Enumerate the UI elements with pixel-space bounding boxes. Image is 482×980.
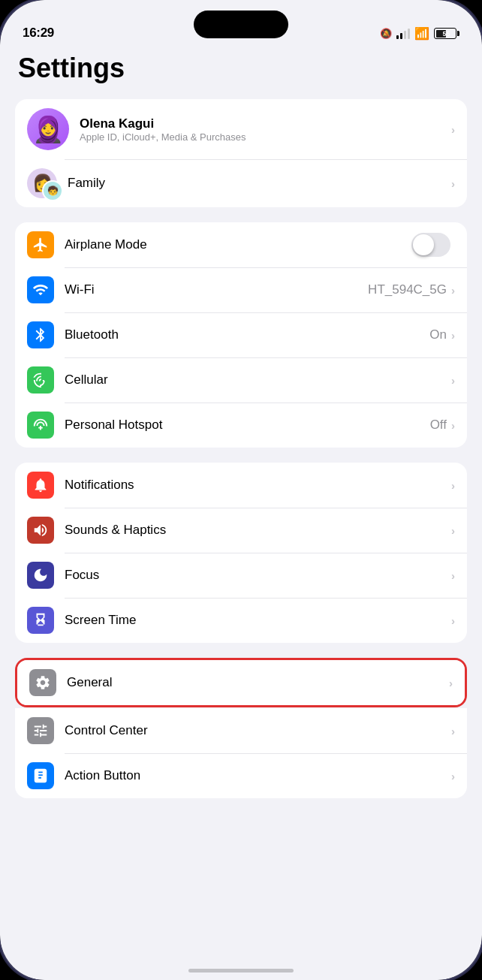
action-button-label: Action Button (65, 768, 451, 783)
signal-bar-2 (400, 33, 402, 39)
bluetooth-svg (32, 327, 49, 343)
page-title: Settings (15, 53, 467, 84)
hotspot-svg (32, 417, 49, 433)
profile-row[interactable]: 🧕 Olena Kagui Apple ID, iCloud+, Media &… (15, 99, 467, 159)
general-card: General › (17, 660, 465, 705)
hotspot-icon (27, 412, 54, 439)
notifications-chevron-icon: › (451, 479, 455, 492)
signal-bar-3 (404, 31, 406, 39)
signal-bars-icon (396, 29, 410, 39)
airplane-mode-icon (27, 231, 54, 258)
focus-row[interactable]: Focus › (15, 553, 467, 598)
general-row[interactable]: General › (17, 660, 465, 705)
family-chevron-icon: › (451, 177, 455, 190)
status-time: 16:29 (23, 26, 54, 41)
screen-time-chevron-icon: › (451, 614, 455, 627)
notifications-row[interactable]: Notifications › (15, 463, 467, 508)
home-indicator (188, 969, 294, 972)
avatar: 🧕 (27, 108, 69, 150)
focus-icon (27, 562, 54, 589)
general-label: General (67, 675, 449, 690)
cellular-icon (27, 366, 54, 394)
bluetooth-row[interactable]: Bluetooth On › (15, 312, 467, 357)
sounds-icon (27, 517, 54, 544)
bluetooth-chevron-icon: › (451, 329, 455, 342)
sounds-label: Sounds & Haptics (65, 523, 451, 538)
wifi-icon: 📶 (414, 26, 429, 41)
family-row[interactable]: 👩 🧒 Family › (15, 159, 467, 207)
notifications-icon (27, 472, 54, 499)
network-section: Airplane Mode Wi-Fi HT_594C_5G › (15, 222, 467, 448)
cellular-row[interactable]: Cellular › (15, 357, 467, 403)
airplane-mode-label: Airplane Mode (65, 237, 411, 252)
moon-svg (32, 567, 49, 583)
profile-subtitle: Apple ID, iCloud+, Media & Purchases (80, 131, 451, 143)
wifi-label: Wi-Fi (65, 282, 368, 297)
chevron-icon: › (451, 123, 455, 136)
action-svg (32, 767, 49, 784)
bluetooth-value: On (429, 327, 447, 342)
action-button-icon (27, 762, 54, 789)
wifi-row[interactable]: Wi-Fi HT_594C_5G › (15, 267, 467, 312)
family-avatar-secondary: 🧒 (42, 180, 63, 201)
cellular-label: Cellular (65, 372, 451, 387)
control-center-chevron-icon: › (451, 725, 455, 737)
control-center-row[interactable]: Control Center › (15, 708, 467, 753)
hourglass-svg (32, 612, 49, 629)
wifi-chevron-icon: › (451, 284, 455, 297)
wifi-settings-icon (27, 276, 54, 303)
cellular-chevron-icon: › (451, 374, 455, 387)
dynamic-island (194, 11, 288, 38)
system2-section: Control Center › Action Button › (15, 708, 467, 798)
sound-svg (32, 522, 49, 538)
control-center-icon (27, 717, 54, 744)
general-highlighted-container: General › (15, 658, 467, 707)
sounds-row[interactable]: Sounds & Haptics › (15, 508, 467, 553)
family-avatar: 👩 🧒 (27, 168, 57, 198)
bluetooth-label: Bluetooth (65, 327, 429, 342)
notifications-label: Notifications (65, 478, 451, 493)
hotspot-label: Personal Hotspot (65, 418, 430, 433)
profile-name: Olena Kagui (80, 116, 451, 131)
hotspot-value: Off (430, 418, 447, 433)
content-area: Settings 🧕 Olena Kagui Apple ID, iCloud+… (0, 45, 482, 980)
preferences-section: Notifications › Sounds & Haptics › (15, 463, 467, 643)
bluetooth-icon (27, 321, 54, 348)
sliders-svg (32, 722, 49, 739)
control-center-label: Control Center (65, 723, 451, 738)
avatar-emoji: 🧕 (32, 114, 64, 144)
general-chevron-icon: › (449, 677, 453, 689)
airplane-mode-row[interactable]: Airplane Mode (15, 222, 467, 267)
status-icons: 🔕 📶 55 (380, 26, 459, 41)
silent-mode-icon: 🔕 (380, 28, 392, 39)
action-button-chevron-icon: › (451, 770, 455, 782)
screen-time-icon (27, 607, 54, 634)
signal-bar-4 (408, 29, 410, 39)
hotspot-row[interactable]: Personal Hotspot Off › (15, 403, 467, 448)
wifi-svg (32, 282, 49, 298)
action-button-row[interactable]: Action Button › (15, 753, 467, 798)
general-icon (29, 669, 56, 696)
gear-svg (35, 674, 51, 691)
focus-chevron-icon: › (451, 569, 455, 582)
focus-label: Focus (65, 568, 451, 583)
signal-bar-1 (396, 35, 399, 39)
bell-svg (32, 477, 49, 493)
account-section: 🧕 Olena Kagui Apple ID, iCloud+, Media &… (15, 99, 467, 207)
phone-frame: 16:29 🔕 📶 55 (0, 0, 482, 980)
cellular-svg (32, 372, 49, 388)
wifi-value: HT_594C_5G (368, 282, 447, 297)
battery-icon: 55 (434, 28, 459, 39)
airplane-svg (32, 237, 49, 253)
screen-time-label: Screen Time (65, 613, 451, 628)
hotspot-chevron-icon: › (451, 419, 455, 432)
screen-time-row[interactable]: Screen Time › (15, 598, 467, 643)
phone-screen: 16:29 🔕 📶 55 (0, 0, 482, 980)
airplane-mode-toggle[interactable] (411, 233, 450, 257)
sounds-chevron-icon: › (451, 524, 455, 537)
profile-info: Olena Kagui Apple ID, iCloud+, Media & P… (80, 116, 451, 143)
family-label: Family (68, 176, 451, 191)
